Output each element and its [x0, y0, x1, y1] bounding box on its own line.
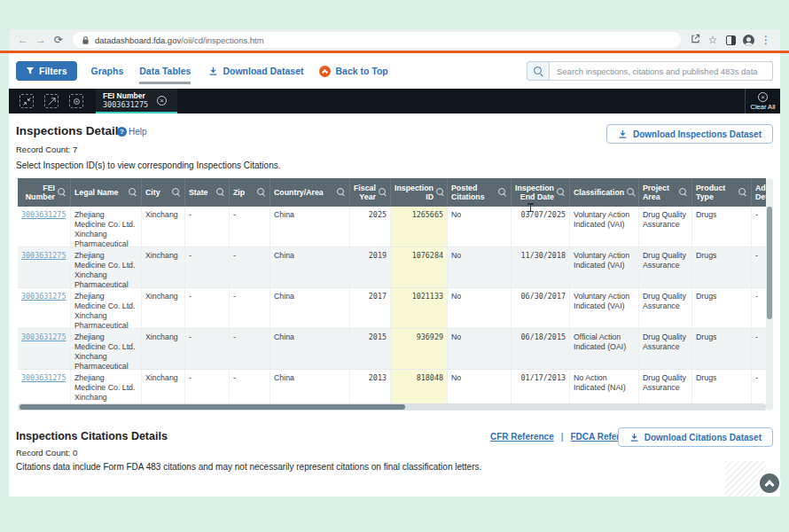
site-nav: Filters Graphs Data Tables Download Data…: [9, 53, 780, 89]
fei-number-link[interactable]: 3003631275: [21, 251, 66, 260]
download-citations-dataset-button[interactable]: Download Citations Dataset: [618, 427, 773, 447]
cell-product-type: Drugs: [692, 207, 752, 246]
cell-state: -: [185, 329, 230, 369]
address-bar[interactable]: datadashboard.fda.gov/oii/cd/inspections…: [73, 32, 681, 48]
filter-chip-label: FEI Number: [103, 91, 148, 100]
column-search-icon[interactable]: [58, 188, 66, 197]
column-search-icon[interactable]: [498, 188, 507, 197]
column-header-inspection-id: Inspection ID: [391, 178, 448, 207]
vertical-scrollbar-thumb[interactable]: [767, 207, 772, 319]
search-button[interactable]: [527, 61, 550, 81]
cell-product-type: Drugs: [692, 329, 752, 369]
bookmark-star-icon[interactable]: ☆: [704, 29, 722, 51]
cell-city: Xinchang: [142, 329, 185, 369]
cell-classification: Voluntary Action Indicated (VAI): [570, 207, 639, 246]
cell-product-type: Drugs: [692, 247, 752, 287]
cell-state: -: [185, 247, 230, 287]
site-accent-bar: [0, 51, 789, 53]
cell-product-type: Drugs: [692, 288, 752, 328]
fei-number-link[interactable]: 3003631275: [21, 373, 66, 382]
column-search-icon[interactable]: [738, 188, 747, 197]
cell-country-area: China: [270, 288, 350, 328]
column-search-icon[interactable]: [172, 188, 181, 197]
link-separator: |: [561, 432, 564, 442]
table-row: 3003631275Zhejiang Medicine Co. Ltd. Xin…: [18, 207, 766, 247]
download-icon: [629, 433, 639, 442]
inspections-table: FEI NumberLegal NameCityStateZipCountry/…: [18, 178, 773, 411]
download-inspections-dataset-button[interactable]: Download Inspections Dataset: [606, 124, 773, 144]
column-search-icon[interactable]: [379, 188, 387, 197]
fei-number-link[interactable]: 3003631275: [21, 332, 66, 341]
column-search-icon[interactable]: [257, 188, 266, 197]
table-row: 3003631275Zhejiang Medicine Co. Ltd. Xin…: [18, 288, 766, 329]
browser-menu-icon[interactable]: ⋮: [757, 29, 775, 51]
cell-project-area: Drug Quality Assurance: [639, 329, 692, 369]
column-header-posted-citations: Posted Citations: [448, 178, 512, 207]
cell-zip: -: [230, 288, 270, 328]
column-search-icon[interactable]: [436, 188, 445, 197]
clear-all-filters-button[interactable]: × Clear All: [745, 89, 780, 113]
side-panel-icon[interactable]: [722, 29, 739, 51]
share-icon[interactable]: [686, 29, 704, 51]
cell-inspection-id: 936929: [391, 329, 448, 369]
cell-additional-details: -: [752, 288, 766, 328]
screenshot-frame: ← → ⟳ datadashboard.fda.gov/oii/cd/inspe…: [0, 0, 789, 532]
scroll-to-top-button[interactable]: [758, 472, 781, 495]
column-header-zip: Zip: [230, 178, 270, 207]
column-header-state: State: [185, 178, 230, 207]
fei-number-link[interactable]: 3003631275: [21, 210, 66, 219]
lock-icon: [82, 35, 90, 45]
vertical-scrollbar[interactable]: [766, 178, 773, 411]
fei-number-link[interactable]: 3003631275: [21, 292, 66, 301]
cell-inspection-end-date: 03/07/2025: [512, 207, 570, 246]
column-search-icon[interactable]: [337, 188, 346, 197]
tab-graphs[interactable]: Graphs: [91, 66, 124, 76]
cell-classification: Voluntary Action Indicated (VAI): [570, 247, 639, 287]
back-to-top-link[interactable]: Back to Top: [319, 66, 387, 77]
cell-state: -: [185, 207, 230, 246]
table-body: 3003631275Zhejiang Medicine Co. Ltd. Xin…: [18, 207, 766, 411]
filter-target-icon[interactable]: [69, 94, 83, 108]
cell-country-area: China: [270, 329, 350, 369]
column-header-fei-number: FEI Number: [18, 178, 71, 207]
expand-filters-icon[interactable]: [44, 94, 59, 108]
refresh-icon[interactable]: ⟳: [50, 29, 67, 51]
table-row: 3003631275Zhejiang Medicine Co. Ltd. Xin…: [18, 329, 766, 370]
horizontal-scrollbar-thumb[interactable]: [20, 404, 405, 410]
tab-data-tables[interactable]: Data Tables: [139, 66, 191, 76]
column-search-icon[interactable]: [216, 188, 225, 197]
cell-classification: Official Action Indicated (OAI): [570, 329, 639, 369]
collapse-filters-icon[interactable]: [20, 94, 34, 108]
column-search-icon[interactable]: [557, 188, 566, 197]
help-link[interactable]: ? Help: [117, 127, 147, 137]
cell-inspection-end-date: 06/18/2015: [512, 329, 570, 369]
cell-additional-details: -: [752, 247, 766, 287]
page-title: Inspections Details: [16, 124, 125, 137]
cell-inspection-id: 1076284: [391, 247, 448, 287]
cell-legal-name: Zhejiang Medicine Co. Ltd. Xinchang Phar…: [71, 288, 142, 328]
download-dataset-link[interactable]: Download Dataset: [208, 66, 303, 76]
search-input[interactable]: [550, 61, 773, 81]
cell-additional-details: -: [752, 207, 766, 246]
horizontal-scrollbar[interactable]: [18, 403, 766, 411]
back-icon[interactable]: ←: [14, 29, 32, 51]
column-search-icon[interactable]: [679, 188, 688, 197]
filter-chip-value: 3003631275: [103, 100, 148, 109]
remove-filter-icon[interactable]: ×: [157, 96, 167, 106]
cell-additional-details: -: [752, 329, 766, 369]
cfr-reference-link[interactable]: CFR Reference: [490, 432, 554, 442]
cell-inspection-id: 1265665: [391, 207, 448, 246]
profile-avatar[interactable]: [739, 29, 757, 51]
column-search-icon[interactable]: [129, 188, 137, 197]
forward-icon[interactable]: →: [32, 29, 50, 51]
search-icon: [534, 66, 543, 75]
cell-fei-number: 3003631275: [18, 329, 71, 369]
cell-fei-number: 3003631275: [18, 247, 71, 287]
column-header-classification: Classification: [570, 178, 639, 207]
column-search-icon[interactable]: [627, 188, 636, 197]
filters-button[interactable]: Filters: [16, 61, 77, 81]
cell-state: -: [185, 288, 230, 328]
filter-chip-fei-number[interactable]: FEI Number 3003631275 ×: [96, 89, 177, 113]
cell-fei-number: 3003631275: [18, 207, 71, 246]
citations-note: Citations data include Form FDA 483 cita…: [16, 462, 481, 472]
